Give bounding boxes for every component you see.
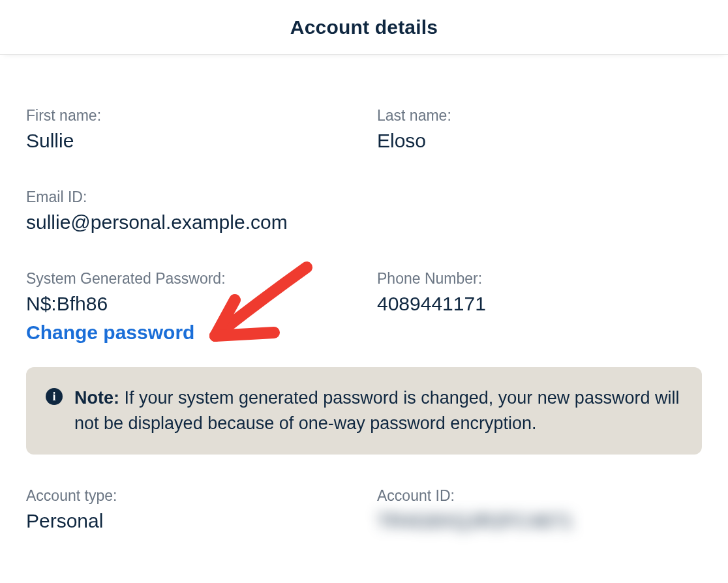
note-callout: i Note: If your system generated passwor… [26,367,702,455]
account-type-field: Account type: Personal [26,487,351,532]
phone-number-value: 4089441171 [377,293,702,315]
first-name-field: First name: Sullie [26,107,351,152]
note-body: If your system generated password is cha… [74,388,679,433]
account-id-value: TR4G8XQJR2FC4671 [377,510,702,532]
last-name-label: Last name: [377,107,702,125]
info-icon: i [46,388,63,405]
phone-number-field: Phone Number: 4089441171 [377,270,702,344]
phone-number-label: Phone Number: [377,270,702,288]
account-details-panel: First name: Sullie Last name: Eloso Emai… [0,55,728,558]
account-type-label: Account type: [26,487,351,505]
change-password-link[interactable]: Change password [26,321,194,344]
account-type-value: Personal [26,510,351,532]
system-password-label: System Generated Password: [26,270,351,288]
email-label: Email ID: [26,188,351,206]
email-field: Email ID: sullie@personal.example.com [26,188,351,233]
note-prefix: Note: [74,388,119,408]
system-password-value: N$:Bfh86 [26,293,351,315]
page-title: Account details [290,16,438,38]
email-value: sullie@personal.example.com [26,211,351,233]
first-name-value: Sullie [26,130,351,152]
last-name-value: Eloso [377,130,702,152]
account-id-label: Account ID: [377,487,702,505]
system-password-field: System Generated Password: N$:Bfh86 Chan… [26,270,351,344]
last-name-field: Last name: Eloso [377,107,702,152]
page-header: Account details [0,0,728,55]
note-text: Note: If your system generated password … [74,385,682,436]
account-id-field: Account ID: TR4G8XQJR2FC4671 [377,487,702,532]
first-name-label: First name: [26,107,351,125]
